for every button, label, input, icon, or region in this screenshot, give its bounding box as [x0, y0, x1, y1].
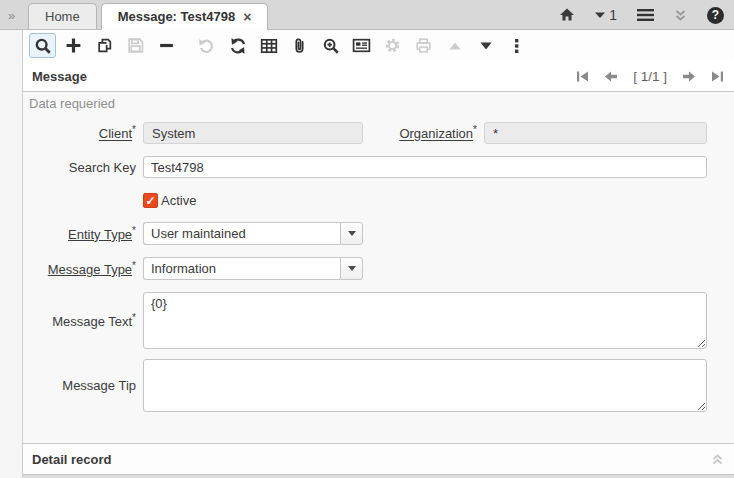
window-tabs: Home Message: Test4798 ×: [28, 3, 272, 29]
process-gear-icon: [379, 33, 406, 58]
undo-icon: [193, 33, 220, 58]
active-checkbox[interactable]: ✓: [143, 193, 158, 208]
attachment-icon[interactable]: [286, 33, 313, 58]
open-windows-dropdown[interactable]: 1: [595, 7, 617, 23]
next-record-icon[interactable]: [682, 70, 696, 83]
toolbar: [23, 30, 734, 61]
collapsed-west-panel[interactable]: [0, 30, 23, 478]
tab-message-label: Message: Test4798: [118, 9, 236, 24]
client-field[interactable]: [143, 122, 363, 144]
message-tip-row: Message Tip: [23, 359, 707, 412]
message-type-combobox: [143, 257, 363, 280]
report-icon[interactable]: [348, 33, 375, 58]
message-type-field[interactable]: [143, 257, 340, 280]
grid-toggle-icon[interactable]: [255, 33, 282, 58]
caret-down-icon: [595, 11, 605, 19]
message-type-row: Message Type*: [23, 257, 707, 280]
double-chevron-up-icon[interactable]: [711, 453, 724, 466]
active-label: Active: [161, 193, 196, 208]
organization-label: Organization*: [373, 124, 477, 141]
menu-icon[interactable]: [637, 8, 654, 22]
message-text-field[interactable]: {0}: [143, 292, 707, 349]
search-key-label: Search Key: [23, 160, 136, 175]
open-windows-count: 1: [609, 7, 617, 23]
home-icon[interactable]: [559, 7, 575, 23]
more-actions-icon[interactable]: [503, 33, 530, 58]
first-record-icon[interactable]: [576, 70, 589, 83]
entity-type-field[interactable]: [143, 222, 340, 245]
entity-type-dropdown-icon[interactable]: [340, 222, 363, 245]
message-type-label: Message Type*: [23, 260, 136, 277]
help-icon[interactable]: ?: [707, 7, 724, 24]
expand-down-icon[interactable]: [472, 33, 499, 58]
record-position: [ 1/1 ]: [633, 69, 667, 84]
message-tip-field[interactable]: [143, 359, 707, 412]
tab-bar-right-actions: 1 ?: [559, 0, 724, 30]
message-type-dropdown-icon[interactable]: [340, 257, 363, 280]
record-navigation: [ 1/1 ]: [576, 69, 724, 84]
expand-west-panel-button[interactable]: »: [0, 0, 23, 30]
delete-record-icon[interactable]: [153, 33, 180, 58]
tab-bar: » Home Message: Test4798 × 1 ?: [0, 0, 734, 30]
record-header: Message [ 1/1 ]: [23, 61, 734, 92]
entity-type-label: Entity Type*: [23, 225, 136, 242]
message-tip-label: Message Tip: [23, 378, 136, 393]
entity-type-row: Entity Type*: [23, 222, 707, 245]
active-row: ✓ Active: [23, 193, 707, 208]
status-message: Data requeried: [23, 92, 734, 112]
detail-record-label: Detail record: [32, 452, 111, 467]
tab-home[interactable]: Home: [28, 3, 97, 29]
find-icon[interactable]: [29, 33, 56, 58]
detail-record-bar[interactable]: Detail record: [23, 443, 734, 474]
organization-field[interactable]: [484, 122, 707, 144]
message-text-row: Message Text* {0}: [23, 292, 707, 349]
tab-message[interactable]: Message: Test4798 ×: [101, 3, 269, 30]
print-icon: [410, 33, 437, 58]
search-key-field[interactable]: [143, 156, 707, 178]
last-record-icon[interactable]: [711, 70, 724, 83]
new-record-icon[interactable]: [60, 33, 87, 58]
window-bottom-edge: [23, 474, 734, 478]
client-label: Client*: [23, 124, 136, 141]
copy-record-icon[interactable]: [91, 33, 118, 58]
page-title: Message: [32, 69, 87, 84]
message-form: Data requeried Client* Organization* Sea…: [23, 92, 734, 443]
client-org-row: Client* Organization*: [23, 122, 707, 144]
search-key-row: Search Key: [23, 156, 707, 178]
message-text-label: Message Text*: [23, 312, 136, 329]
previous-record-icon[interactable]: [604, 70, 618, 83]
entity-type-combobox: [143, 222, 363, 245]
save-icon: [122, 33, 149, 58]
double-chevron-down-icon[interactable]: [674, 9, 687, 22]
refresh-icon[interactable]: [224, 33, 251, 58]
collapse-up-icon: [441, 33, 468, 58]
zoom-across-icon[interactable]: [317, 33, 344, 58]
close-tab-icon[interactable]: ×: [243, 12, 251, 22]
